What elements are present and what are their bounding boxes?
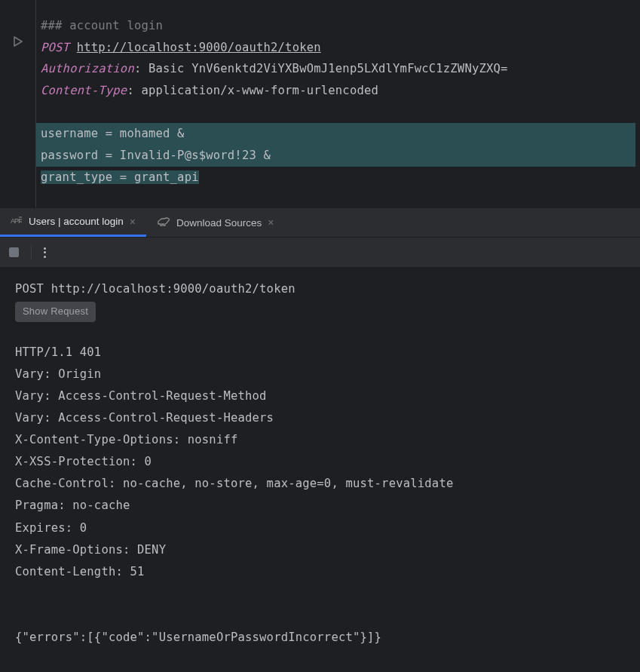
body-line-1: username = mohamed & [36, 123, 635, 145]
tab-download-sources[interactable]: Download Sources × [146, 208, 285, 237]
stop-button[interactable] [9, 247, 19, 257]
request-editor-area: ### account login POST http://localhost:… [0, 0, 640, 207]
header-content-type-name: Content-Type [41, 84, 127, 97]
close-icon[interactable]: × [130, 216, 136, 228]
editor-gutter [0, 0, 36, 207]
http-method: POST [41, 41, 69, 54]
request-comment: ### account login [41, 19, 163, 32]
show-request-button[interactable]: Show Request [15, 302, 96, 321]
header-content-type-value: : application/x-www-form-urlencoded [127, 84, 378, 97]
close-icon[interactable]: × [268, 216, 274, 229]
run-icon[interactable] [13, 36, 23, 49]
tab-label: Users | account login [29, 216, 124, 227]
svg-text:API: API [11, 217, 20, 225]
more-options-icon[interactable] [44, 247, 46, 258]
tab-users-account-login[interactable]: API Users | account login × [0, 208, 146, 237]
svg-marker-0 [14, 37, 22, 46]
header-authorization-value: : Basic YnV6enktd2ViYXBwOmJ1enp5LXdlYmFw… [134, 62, 508, 75]
tab-label: Download Sources [176, 217, 262, 229]
request-code[interactable]: ### account login POST http://localhost:… [36, 0, 640, 207]
response-output[interactable]: POST http://localhost:9000/oauth2/token … [0, 268, 640, 659]
body-line-3: grant_type = grant_api [41, 170, 199, 184]
separator [31, 245, 32, 260]
gradle-icon [157, 216, 170, 229]
response-body: {"errors":[{"code":"UsernameOrPasswordIn… [15, 631, 381, 644]
response-request-line: POST http://localhost:9000/oauth2/token [15, 282, 296, 296]
api-icon: API [11, 216, 23, 227]
request-url[interactable]: http://localhost:9000/oauth2/token [77, 41, 321, 54]
output-tabs: API Users | account login × Download Sou… [0, 207, 640, 238]
output-toolbar [0, 238, 640, 268]
response-headers-block: HTTP/1.1 401 Vary: Origin Vary: Access-C… [15, 342, 625, 649]
body-line-2: password = Invalid-P@s$word!23 & [36, 145, 635, 167]
header-authorization-name: Authorization [41, 62, 134, 75]
